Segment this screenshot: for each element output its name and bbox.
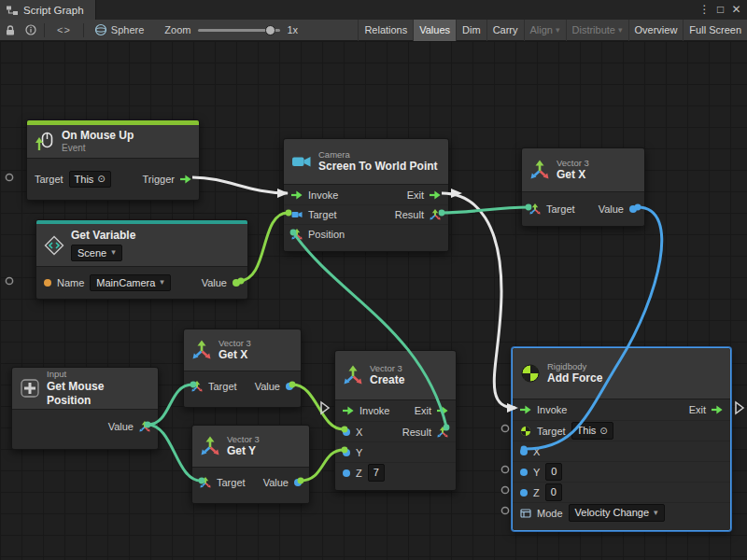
node-category: Vector 3 <box>557 158 589 169</box>
flow-out-port[interactable] <box>437 406 448 415</box>
port-label-position: Position <box>308 229 345 240</box>
align-button[interactable]: Align▾ <box>524 20 566 41</box>
vector3-port-icon[interactable] <box>191 381 203 392</box>
float-port[interactable] <box>343 469 350 477</box>
float-port[interactable] <box>629 205 637 213</box>
distribute-button[interactable]: Distribute▾ <box>566 20 628 41</box>
mouse-icon <box>35 132 55 152</box>
vector3-port-icon[interactable] <box>529 203 541 215</box>
node-header[interactable]: On Mouse Up Event <box>27 125 199 158</box>
more-menu-icon[interactable]: ⋮ <box>698 0 712 20</box>
variable-scope-dropdown[interactable]: Scene ▾ <box>71 245 122 261</box>
dim-button[interactable]: Dim <box>456 20 486 41</box>
vector3-port-icon[interactable] <box>437 427 448 438</box>
port-label-value: Value <box>263 477 289 488</box>
target-object-field[interactable]: This ⊙ <box>571 422 613 439</box>
float-port[interactable] <box>343 428 350 436</box>
node-screen-to-world-point[interactable]: Camera Screen To World Point Invoke Exit… <box>283 138 449 252</box>
maximize-icon[interactable]: □ <box>713 0 727 20</box>
lock-icon[interactable] <box>0 20 21 41</box>
flow-in-port[interactable] <box>343 406 354 415</box>
node-category: Rigidbody <box>547 361 602 372</box>
chevron-down-icon: ▾ <box>111 247 116 259</box>
port-label-target: Target <box>217 477 246 488</box>
node-header[interactable]: Vector 3 Create <box>335 351 456 399</box>
node-header[interactable]: Vector 3 Get Y <box>192 426 309 467</box>
vector3-port-icon[interactable] <box>430 209 441 220</box>
chevron-down-icon: ▾ <box>654 508 658 519</box>
variable-name-dropdown[interactable]: MainCamera ▾ <box>90 274 171 291</box>
float-port[interactable] <box>343 449 350 456</box>
force-mode-dropdown[interactable]: Velocity Change ▾ <box>569 504 665 521</box>
sphere-icon <box>94 23 107 36</box>
node-get-x-top[interactable]: Vector 3 Get X Target Value <box>521 147 645 227</box>
node-category: Vector 3 <box>227 434 260 445</box>
graph-toolbar: <> Sphere Zoom 1x Relations Values Dim C… <box>0 20 747 41</box>
flow-in-port[interactable] <box>291 190 303 200</box>
flow-in-port[interactable] <box>520 405 531 414</box>
zoom-slider-handle[interactable] <box>265 25 275 35</box>
node-get-mouse-position[interactable]: Input Get Mouse Position Value <box>11 367 159 450</box>
selection-object-label: Sphere <box>111 24 144 35</box>
node-header[interactable]: Input Get Mouse Position <box>12 368 158 409</box>
object-port[interactable] <box>233 279 240 287</box>
z-value-field[interactable]: 0 <box>545 483 562 500</box>
node-category: Vector 3 <box>370 363 404 374</box>
port-label-value: Value <box>599 203 624 215</box>
relations-button[interactable]: Relations <box>358 20 413 41</box>
port-label-z: Z <box>533 487 540 498</box>
window-tab-bar: Script Graph ⋮ □ ✕ <box>0 0 747 20</box>
float-port[interactable] <box>520 448 528 455</box>
node-header[interactable]: Rigidbody Add Force <box>513 348 730 399</box>
tab-title: Script Graph <box>23 5 84 16</box>
node-title: Create <box>370 373 404 387</box>
selection-object[interactable]: Sphere <box>87 23 151 36</box>
float-port[interactable] <box>294 479 302 486</box>
target-object-field[interactable]: This ⊙ <box>69 171 111 188</box>
float-port[interactable] <box>520 489 528 497</box>
node-header[interactable]: Vector 3 Get X <box>522 148 644 191</box>
enum-port-icon[interactable] <box>520 508 531 519</box>
vector3-port-icon[interactable] <box>139 421 150 432</box>
full-screen-button[interactable]: Full Screen <box>683 20 747 41</box>
vector3-icon <box>529 160 550 180</box>
float-port[interactable] <box>520 469 528 476</box>
node-subtitle: Event <box>62 143 134 155</box>
node-add-force[interactable]: Rigidbody Add Force Invoke Exit Target T… <box>512 347 731 531</box>
code-view-icon[interactable]: <> <box>48 24 80 35</box>
vector3-port-icon[interactable] <box>291 229 303 240</box>
rigidbody-port-icon[interactable] <box>520 426 531 437</box>
values-button[interactable]: Values <box>413 20 456 41</box>
close-icon[interactable]: ✕ <box>729 0 743 20</box>
vector3-port-icon[interactable] <box>200 477 211 488</box>
carry-button[interactable]: Carry <box>486 20 524 41</box>
node-on-mouse-up[interactable]: On Mouse Up Event Target This ⊙ Trigger <box>26 119 200 201</box>
tab-script-graph[interactable]: Script Graph <box>0 0 96 20</box>
flow-out-port[interactable] <box>180 175 191 184</box>
camera-icon <box>291 151 312 172</box>
float-port[interactable] <box>286 383 293 390</box>
flow-out-port[interactable] <box>430 190 441 200</box>
node-get-variable[interactable]: Get Variable Scene ▾ Name MainCamera ▾ V… <box>35 219 248 300</box>
string-port[interactable] <box>44 279 51 287</box>
node-get-y[interactable]: Vector 3 Get Y Target Value <box>191 425 310 504</box>
rigidbody-icon <box>520 363 541 384</box>
camera-port-icon[interactable] <box>291 209 303 220</box>
object-picker-icon[interactable]: ⊙ <box>599 425 607 437</box>
port-label-name: Name <box>57 277 84 288</box>
z-value-field[interactable]: 7 <box>368 464 385 481</box>
zoom-slider[interactable] <box>198 20 280 41</box>
flow-out-port[interactable] <box>712 405 723 414</box>
overview-button[interactable]: Overview <box>628 20 684 41</box>
object-picker-icon[interactable]: ⊙ <box>97 173 105 185</box>
node-title: Get Y <box>227 444 260 458</box>
port-label-exit: Exit <box>407 189 424 201</box>
node-get-x-mid[interactable]: Vector 3 Get X Target Value <box>183 329 302 408</box>
y-value-field[interactable]: 0 <box>545 463 562 480</box>
node-header[interactable]: Camera Screen To World Point <box>284 139 448 184</box>
info-icon[interactable] <box>21 20 41 41</box>
port-label-invoke: Invoke <box>359 405 389 416</box>
node-header[interactable]: Vector 3 Get X <box>184 329 301 371</box>
node-header[interactable]: Get Variable Scene ▾ <box>36 224 247 266</box>
node-vector3-create[interactable]: Vector 3 Create Invoke Exit X Result Y Z… <box>334 350 457 491</box>
